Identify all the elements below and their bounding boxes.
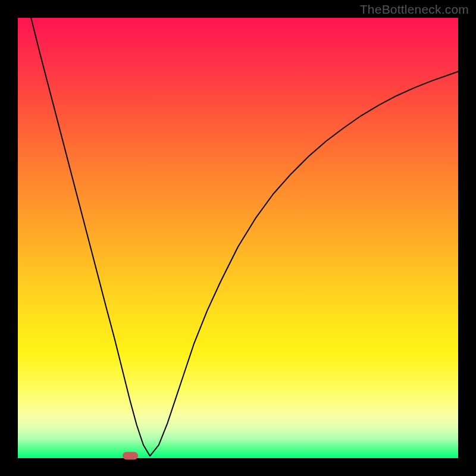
chart-frame: TheBottleneck.com (0, 0, 476, 476)
bottleneck-curve (18, 18, 458, 458)
watermark-text: TheBottleneck.com (360, 2, 469, 17)
minimum-marker (123, 452, 138, 460)
plot-area (18, 18, 458, 458)
